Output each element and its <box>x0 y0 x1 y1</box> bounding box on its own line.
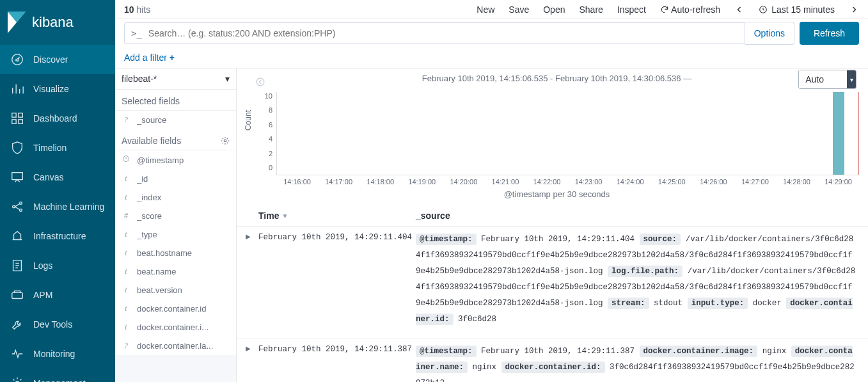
index-pattern-select[interactable]: filebeat-* ▾ <box>115 68 236 90</box>
field-name: _type <box>137 230 157 239</box>
search-box[interactable]: >_ <box>124 22 745 44</box>
sidebar-item-dev-tools[interactable]: Dev Tools <box>0 310 115 339</box>
field-item[interactable]: ?docker.container.la... <box>115 337 236 355</box>
logo[interactable]: kibana <box>0 0 115 45</box>
svg-rect-2 <box>19 113 22 117</box>
sidebar-item-timelion[interactable]: Timelion <box>0 133 115 163</box>
share-button[interactable]: Share <box>579 4 603 15</box>
sidebar-item-infrastructure[interactable]: Infrastructure <box>0 221 115 251</box>
sidebar-item-visualize[interactable]: Visualize <box>0 74 115 104</box>
field-item[interactable]: tbeat.hostname <box>115 244 236 262</box>
apm-icon <box>10 288 24 302</box>
field-type-icon <box>122 155 130 165</box>
sidebar-item-canvas[interactable]: Canvas <box>0 163 115 192</box>
svg-point-0 <box>12 54 23 65</box>
field-value: docker <box>753 299 782 308</box>
auto-refresh-toggle[interactable]: Auto-refresh <box>660 4 720 15</box>
time-range-picker[interactable]: Last 15 minutes <box>759 4 835 15</box>
new-button[interactable]: New <box>477 4 494 15</box>
fields-settings-button[interactable] <box>221 136 230 145</box>
field-type-icon: ? <box>122 115 130 125</box>
doc-time: February 10th 2019, 14:29:11.404 <box>258 232 416 328</box>
sidebar-item-apm[interactable]: APM <box>0 280 115 310</box>
svg-rect-4 <box>19 120 22 123</box>
x-tick: 14:23:00 <box>568 178 610 186</box>
y-tick: 6 <box>269 121 272 129</box>
save-button[interactable]: Save <box>509 4 529 15</box>
sidebar-item-monitoring[interactable]: Monitoring <box>0 339 115 369</box>
x-tick: 14:26:00 <box>693 178 734 186</box>
field-item[interactable]: t_type <box>115 225 236 244</box>
sidebar-item-management[interactable]: Management <box>0 369 115 382</box>
sidebar-item-machine-learning[interactable]: Machine Learning <box>0 192 115 221</box>
sidebar-item-label: Timelion <box>33 143 67 153</box>
search-input[interactable] <box>148 28 738 38</box>
svg-rect-10 <box>12 292 23 298</box>
sidebar-item-discover[interactable]: Discover <box>0 45 115 74</box>
y-tick: 0 <box>269 164 272 171</box>
heartbeat-icon <box>10 347 24 361</box>
x-tick: 14:22:00 <box>526 178 567 186</box>
field-item[interactable]: t_id <box>115 170 236 188</box>
time-next-button[interactable] <box>849 4 859 15</box>
add-filter-button[interactable]: Add a filter + <box>124 52 175 63</box>
y-tick: 2 <box>269 150 272 157</box>
histogram-bar[interactable] <box>833 92 844 175</box>
sidebar-item-dashboard[interactable]: Dashboard <box>0 104 115 133</box>
field-item[interactable]: tdocker.container.id <box>115 299 236 318</box>
fields-panel: filebeat-* ▾ Selected fields ?_source Av… <box>115 68 237 382</box>
field-name: docker.container.la... <box>137 341 213 351</box>
field-value: February 10th 2019, 14:29:11.387 <box>481 347 635 356</box>
field-name: beat.version <box>137 285 182 295</box>
x-tick: 14:20:00 <box>443 178 484 186</box>
sidebar: kibana DiscoverVisualizeDashboardTimelio… <box>0 0 115 382</box>
document-table: Time ▼ _source ▶February 10th 2019, 14:2… <box>237 205 868 382</box>
chevron-down-icon: ▾ <box>225 74 230 84</box>
field-value: February 10th 2019, 14:29:11.404 <box>481 235 635 244</box>
search-options-button[interactable]: Options <box>745 22 794 45</box>
inspect-button[interactable]: Inspect <box>617 4 646 15</box>
canvas-icon <box>10 170 24 184</box>
x-tick: 14:27:00 <box>734 178 776 186</box>
interval-select[interactable]: Auto ▾ <box>798 70 856 89</box>
plus-icon: + <box>170 52 175 63</box>
now-marker <box>858 92 859 175</box>
sort-desc-icon: ▼ <box>281 212 288 219</box>
col-source-header[interactable]: _source <box>416 211 856 221</box>
field-item[interactable]: t_index <box>115 188 236 207</box>
field-value: nginx <box>762 347 787 356</box>
refresh-icon <box>660 5 669 14</box>
table-row: ▶February 10th 2019, 14:29:11.404@timest… <box>237 227 868 338</box>
svg-point-8 <box>20 209 22 212</box>
sidebar-item-label: Machine Learning <box>33 202 104 212</box>
selected-fields-title: Selected fields <box>115 90 236 111</box>
sidebar-item-label: Monitoring <box>33 349 75 359</box>
field-item[interactable]: ?_source <box>115 111 236 129</box>
field-key: docker.container.image: <box>640 346 758 357</box>
field-item[interactable]: @timestamp <box>115 150 236 170</box>
time-prev-button[interactable] <box>734 4 745 15</box>
histogram-chart[interactable]: 1086420 <box>255 86 859 175</box>
expand-row-button[interactable]: ▶ <box>246 232 258 328</box>
field-item[interactable]: tbeat.name <box>115 262 236 281</box>
expand-row-button[interactable]: ▶ <box>246 344 258 382</box>
field-key: log.file.path: <box>608 266 683 277</box>
y-tick: 8 <box>269 106 272 114</box>
x-tick: 14:28:00 <box>776 178 817 186</box>
shield-icon <box>10 141 24 155</box>
svg-rect-3 <box>12 120 16 123</box>
field-value: stdout <box>654 299 683 308</box>
open-button[interactable]: Open <box>543 4 565 15</box>
sidebar-item-logs[interactable]: Logs <box>0 251 115 280</box>
field-item[interactable]: #_score <box>115 207 236 225</box>
refresh-button[interactable]: Refresh <box>800 22 859 45</box>
x-tick: 14:21:00 <box>484 178 526 186</box>
field-item[interactable]: tbeat.version <box>115 281 236 299</box>
compass-icon <box>10 52 24 67</box>
col-time-header[interactable]: Time ▼ <box>258 211 416 221</box>
field-item[interactable]: tdocker.container.i... <box>115 318 236 337</box>
field-type-icon: # <box>122 211 130 221</box>
collapse-sidebar-button[interactable] <box>256 77 266 88</box>
sidebar-item-label: APM <box>33 290 52 300</box>
y-tick: 4 <box>269 135 272 143</box>
